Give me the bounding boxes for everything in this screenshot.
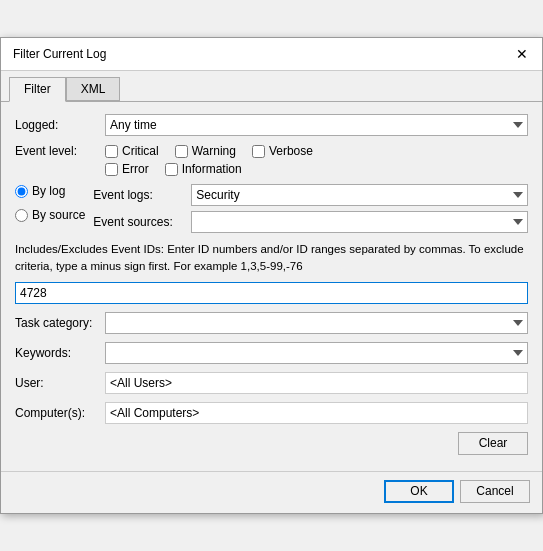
checkbox-critical: Critical (105, 144, 159, 158)
logged-row: Logged: Any time Last hour Last 12 hours… (15, 114, 528, 136)
event-level-row: Event level: Critical Warning Verbose (15, 144, 528, 176)
keywords-label: Keywords: (15, 346, 105, 360)
information-label: Information (182, 162, 242, 176)
checkbox-information: Information (165, 162, 242, 176)
bottom-buttons: OK Cancel (1, 471, 542, 513)
event-sources-wrapper (191, 211, 528, 233)
error-checkbox[interactable] (105, 163, 118, 176)
user-input[interactable] (105, 372, 528, 394)
by-source-label: By source (32, 208, 85, 222)
computer-input[interactable] (105, 402, 528, 424)
dialog-title: Filter Current Log (13, 47, 106, 61)
logged-label: Logged: (15, 118, 105, 132)
event-level-checkboxes: Critical Warning Verbose Error (105, 144, 528, 176)
by-log-label: By log (32, 184, 65, 198)
clear-row: Clear (15, 432, 528, 459)
ok-button[interactable]: OK (384, 480, 454, 503)
event-id-section (15, 282, 528, 304)
checkbox-row-2: Error Information (105, 162, 528, 176)
tab-filter[interactable]: Filter (9, 77, 66, 102)
by-log-radio[interactable] (15, 185, 28, 198)
keywords-control (105, 342, 528, 364)
radio-by-source: By source (15, 208, 85, 222)
logs-sources-section: By log By source Event logs: Security (15, 184, 528, 233)
clear-button[interactable]: Clear (458, 432, 528, 455)
title-bar: Filter Current Log ✕ (1, 38, 542, 71)
task-category-select[interactable] (105, 312, 528, 334)
dialog: Filter Current Log ✕ Filter XML Logged: … (0, 37, 543, 513)
tab-content-filter: Logged: Any time Last hour Last 12 hours… (1, 101, 542, 470)
checkbox-verbose: Verbose (252, 144, 313, 158)
radio-by-log: By log (15, 184, 85, 198)
event-level-label: Event level: (15, 144, 105, 158)
event-logs-select[interactable]: Security (191, 184, 528, 206)
logged-select[interactable]: Any time Last hour Last 12 hours Last 24… (105, 114, 528, 136)
task-category-row: Task category: (15, 312, 528, 334)
warning-label: Warning (192, 144, 236, 158)
verbose-checkbox[interactable] (252, 145, 265, 158)
checkbox-row-1: Critical Warning Verbose (105, 144, 528, 158)
event-logs-sources: Event logs: Security Event sources: (93, 184, 528, 233)
task-category-label: Task category: (15, 316, 105, 330)
critical-checkbox[interactable] (105, 145, 118, 158)
task-category-control (105, 312, 528, 334)
verbose-label: Verbose (269, 144, 313, 158)
by-source-radio[interactable] (15, 209, 28, 222)
event-logs-row: Event logs: Security (93, 184, 528, 206)
event-logs-wrapper: Security (191, 184, 528, 206)
info-text: Includes/Excludes Event IDs: Enter ID nu… (15, 241, 528, 273)
checkbox-warning: Warning (175, 144, 236, 158)
computer-row: Computer(s): (15, 402, 528, 424)
tab-bar: Filter XML (1, 71, 542, 101)
information-checkbox[interactable] (165, 163, 178, 176)
event-id-input[interactable] (15, 282, 528, 304)
user-label: User: (15, 376, 105, 390)
cancel-button[interactable]: Cancel (460, 480, 530, 503)
keywords-select[interactable] (105, 342, 528, 364)
error-label: Error (122, 162, 149, 176)
tab-xml[interactable]: XML (66, 77, 121, 101)
logged-control: Any time Last hour Last 12 hours Last 24… (105, 114, 528, 136)
computer-control (105, 402, 528, 424)
user-control (105, 372, 528, 394)
radio-group: By log By source (15, 184, 85, 222)
warning-checkbox[interactable] (175, 145, 188, 158)
keywords-row: Keywords: (15, 342, 528, 364)
user-row: User: (15, 372, 528, 394)
event-sources-label: Event sources: (93, 215, 183, 229)
critical-label: Critical (122, 144, 159, 158)
event-sources-row: Event sources: (93, 211, 528, 233)
event-sources-select[interactable] (191, 211, 528, 233)
computer-label: Computer(s): (15, 406, 105, 420)
checkbox-error: Error (105, 162, 149, 176)
close-button[interactable]: ✕ (514, 46, 530, 62)
event-logs-label: Event logs: (93, 188, 183, 202)
